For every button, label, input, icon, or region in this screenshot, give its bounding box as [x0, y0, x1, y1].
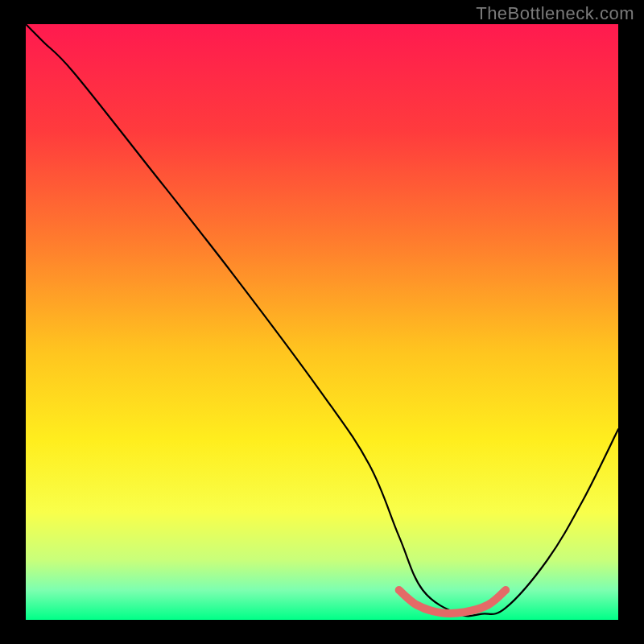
bottleneck-plot: [0, 0, 644, 644]
plot-background: [26, 24, 618, 620]
chart-container: TheBottleneck.com: [0, 0, 644, 644]
watermark-text: TheBottleneck.com: [476, 3, 634, 24]
